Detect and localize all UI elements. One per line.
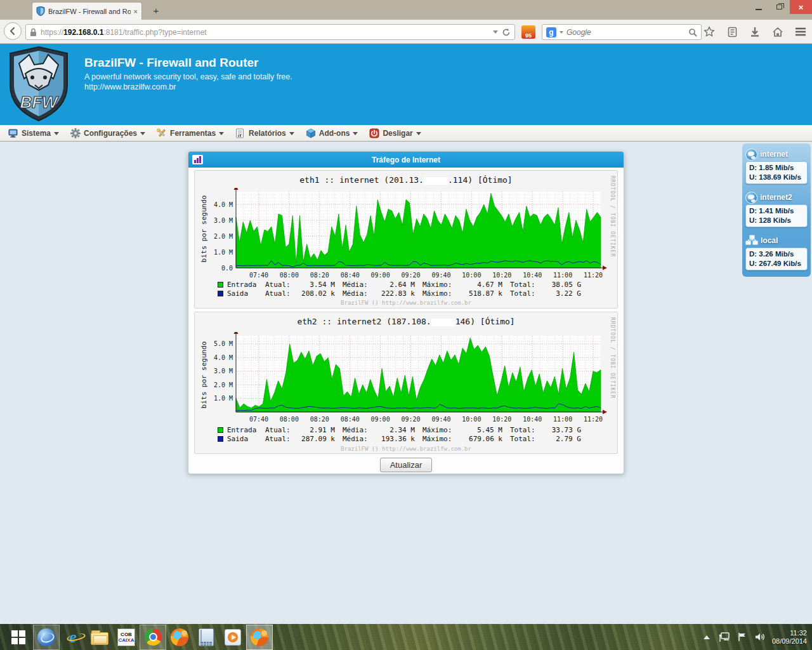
taskbar-app-firefox[interactable] bbox=[166, 625, 193, 650]
site-subtitle: A powerful network security tool, easy, … bbox=[84, 72, 292, 81]
svg-text:2.0 M: 2.0 M bbox=[214, 381, 233, 388]
chevron-down-icon bbox=[140, 132, 145, 135]
taskbar-app-firefox-active[interactable] bbox=[246, 625, 273, 650]
back-arrow-icon bbox=[8, 27, 17, 36]
new-tab-button[interactable]: + bbox=[147, 4, 165, 18]
svg-text:09:00: 09:00 bbox=[371, 272, 390, 278]
volume-icon[interactable] bbox=[754, 632, 766, 643]
download-rate: D: 1.85 Mib/s bbox=[749, 163, 804, 173]
interface-name: internet2 bbox=[760, 193, 792, 202]
restore-button[interactable] bbox=[769, 0, 790, 14]
menu-ferramentas[interactable]: Ferramentas bbox=[152, 127, 228, 140]
reload-icon[interactable] bbox=[502, 28, 511, 37]
start-button[interactable] bbox=[4, 625, 33, 650]
upload-rate: U: 267.49 Kib/s bbox=[749, 259, 804, 269]
graph-legend: Entrada Atual:3.54 M Média:2.64 M Máximo… bbox=[218, 280, 581, 298]
rrd-plot-eth2: 1.0 M2.0 M3.0 M4.0 M5.0 M07:4008:0008:20… bbox=[207, 332, 613, 422]
brazilfw-favicon-shield-icon bbox=[36, 6, 45, 16]
chrome-icon bbox=[145, 628, 162, 646]
svg-text:10:20: 10:20 bbox=[492, 272, 511, 278]
bookmarks-panel-icon[interactable] bbox=[723, 23, 741, 40]
search-icon[interactable] bbox=[688, 28, 697, 37]
upload-rate: U: 128 Kib/s bbox=[749, 216, 804, 225]
extension-badge-icon[interactable]: 95 bbox=[521, 25, 535, 39]
svg-text:11:20: 11:20 bbox=[584, 272, 603, 278]
refresh-button[interactable]: Atualizar bbox=[380, 458, 433, 472]
brazilfw-logo: BFW bbox=[6, 46, 71, 122]
entrada-swatch bbox=[218, 282, 223, 288]
censored-ip bbox=[431, 319, 455, 326]
clock-time: 11:32 bbox=[790, 629, 807, 637]
taskbar-app-file-explorer[interactable] bbox=[86, 625, 113, 650]
tab-close-icon[interactable]: × bbox=[134, 8, 138, 15]
menu-addons[interactable]: Add-ons bbox=[301, 127, 363, 140]
home-icon[interactable] bbox=[769, 23, 787, 40]
url-bar[interactable]: https://192.168.0.1:8181/traffic.php?typ… bbox=[25, 24, 515, 40]
svg-text:07:40: 07:40 bbox=[249, 272, 268, 278]
url-dropdown-icon[interactable] bbox=[493, 30, 498, 34]
internet-explorer-icon: e bbox=[69, 628, 77, 647]
menu-relatorios[interactable]: Relatórios bbox=[231, 127, 299, 140]
menu-desligar[interactable]: Desligar bbox=[365, 127, 425, 140]
interface-name: local bbox=[761, 236, 778, 245]
svg-text:10:00: 10:00 bbox=[462, 416, 481, 422]
svg-text:1.0 M: 1.0 M bbox=[214, 249, 233, 256]
globe-icon bbox=[745, 192, 757, 204]
widget-local: local D: 3.26 Mib/s U: 267.49 Kib/s bbox=[745, 234, 808, 270]
graph-title: eth2 :: internet2 (187.108.146) [Ótimo] bbox=[195, 317, 617, 326]
graph-legend: Entrada Atual:2.91 M Média:2.34 M Máximo… bbox=[218, 425, 581, 443]
google-engine-icon[interactable]: g bbox=[546, 27, 556, 37]
browser-tab[interactable]: BrazilFW - Firewall and Rou... × bbox=[32, 2, 142, 20]
lock-icon bbox=[30, 28, 37, 37]
brazilfw-watermark: BrazilFW () http://www.brazilfw.com.br bbox=[195, 300, 617, 306]
tab-title: BrazilFW - Firewall and Rou... bbox=[48, 8, 131, 15]
svg-text:2.0 M: 2.0 M bbox=[214, 233, 233, 240]
panel-titlebar: Tráfego de Internet bbox=[188, 152, 624, 168]
system-tray: 11:32 08/09/2014 bbox=[701, 624, 809, 650]
taskbar-app-internet-explorer[interactable]: e bbox=[60, 625, 86, 650]
svg-text:3.0 M: 3.0 M bbox=[214, 217, 233, 224]
taskbar-app-media-player[interactable] bbox=[219, 625, 246, 650]
svg-text:09:40: 09:40 bbox=[431, 416, 450, 422]
chevron-down-icon bbox=[54, 132, 59, 135]
bookmark-star-icon[interactable] bbox=[700, 23, 718, 40]
downloads-icon[interactable] bbox=[746, 23, 764, 40]
menu-configuracoes[interactable]: Configurações bbox=[66, 127, 150, 140]
back-button[interactable] bbox=[4, 22, 22, 40]
site-title: BrazilFW - Firewall and Router bbox=[84, 56, 258, 70]
engine-dropdown-icon[interactable] bbox=[560, 31, 563, 34]
menu-sistema[interactable]: Sistema bbox=[4, 127, 63, 140]
site-url: http://www.brazilfw.com.br bbox=[84, 83, 176, 91]
svg-text:08:20: 08:20 bbox=[310, 272, 329, 278]
gear-icon bbox=[70, 128, 81, 138]
interface-sidebar: internet D: 1.85 Mib/s U: 138.69 Kib/s i… bbox=[742, 143, 811, 277]
action-center-flag-icon[interactable] bbox=[737, 632, 748, 643]
hidden-icons-chevron-icon[interactable] bbox=[701, 632, 712, 643]
svg-text:08:00: 08:00 bbox=[280, 416, 299, 422]
search-bar[interactable]: g bbox=[542, 24, 702, 40]
minimize-button[interactable] bbox=[748, 0, 769, 14]
taskbar-app-chrome[interactable] bbox=[140, 625, 166, 650]
traffic-panel: Tráfego de Internet eth1 :: internet (20… bbox=[188, 151, 624, 474]
chevron-down-icon bbox=[289, 132, 294, 135]
svg-text:5.0 M: 5.0 M bbox=[214, 340, 233, 347]
svg-text:10:40: 10:40 bbox=[523, 272, 542, 278]
desktop: BrazilFW - Firewall and Rou... × + × htt… bbox=[0, 0, 812, 650]
logo-text: BFW bbox=[20, 93, 59, 112]
svg-text:0.0: 0.0 bbox=[221, 265, 233, 272]
search-input[interactable] bbox=[566, 28, 685, 37]
close-button[interactable]: × bbox=[790, 0, 812, 14]
svg-text:10:20: 10:20 bbox=[492, 416, 511, 422]
taskbar-clock[interactable]: 11:32 08/09/2014 bbox=[772, 629, 809, 646]
entrada-swatch bbox=[218, 427, 223, 433]
taskbar-app-calculator[interactable] bbox=[193, 625, 219, 650]
menu-hamburger-icon[interactable] bbox=[792, 23, 809, 40]
interface-name: internet bbox=[760, 150, 788, 159]
taskbar-app-cob-caixa[interactable]: COB CAIXA bbox=[113, 625, 140, 650]
network-icon[interactable] bbox=[719, 632, 730, 643]
censored-ip bbox=[424, 177, 448, 185]
firefox-icon bbox=[171, 628, 188, 646]
taskbar-app-messenger[interactable] bbox=[33, 625, 60, 650]
svg-text:09:20: 09:20 bbox=[401, 272, 420, 278]
svg-text:09:20: 09:20 bbox=[401, 416, 420, 422]
